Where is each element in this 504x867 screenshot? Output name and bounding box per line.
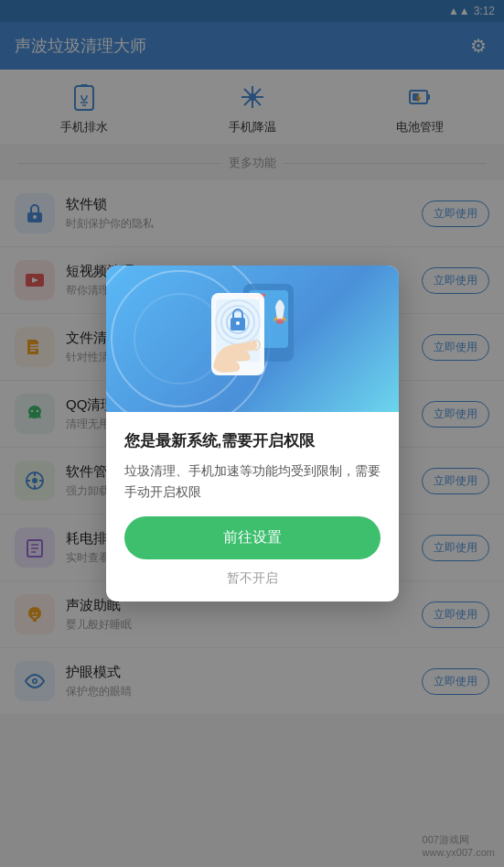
dialog-illustration <box>106 266 399 412</box>
dialog-body: 您是最新系统,需要开启权限 垃圾清理、手机加速等功能均受到限制，需要手动开启权限 <box>106 412 399 502</box>
svg-point-45 <box>236 321 240 325</box>
modal-overlay: 您是最新系统,需要开启权限 垃圾清理、手机加速等功能均受到限制，需要手动开启权限… <box>0 0 504 867</box>
dialog-actions: 前往设置 暂不开启 <box>106 502 399 601</box>
dialog-desc: 垃圾清理、手机加速等功能均受到限制，需要手动开启权限 <box>124 461 381 502</box>
cancel-button[interactable]: 暂不开启 <box>220 563 285 594</box>
go-settings-button[interactable]: 前往设置 <box>124 516 381 559</box>
permission-dialog: 您是最新系统,需要开启权限 垃圾清理、手机加速等功能均受到限制，需要手动开启权限… <box>106 266 399 601</box>
dialog-title: 您是最新系统,需要开启权限 <box>124 430 381 451</box>
